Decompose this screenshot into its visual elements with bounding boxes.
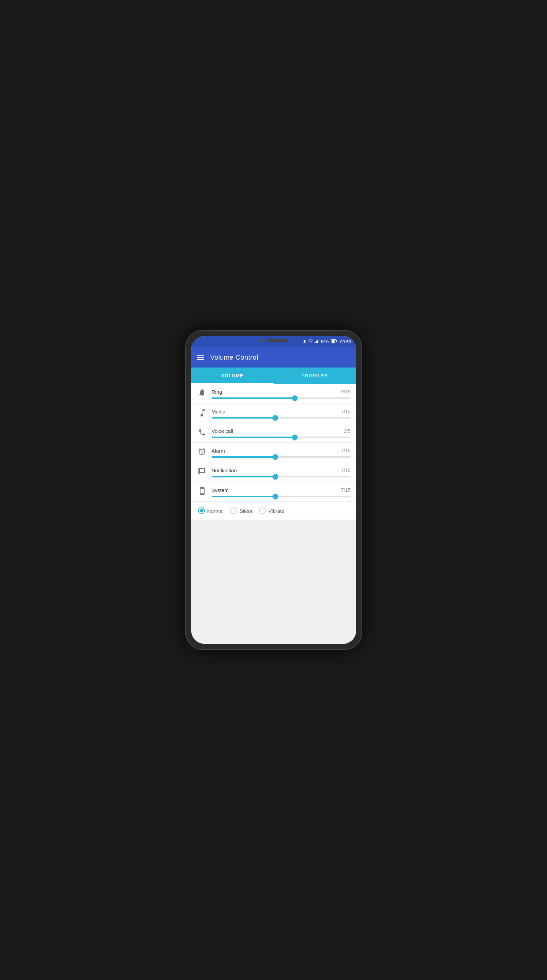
svg-rect-1 [316,341,317,343]
alarm-slider-thumb[interactable] [273,454,278,460]
ring-slider-fill [212,398,295,399]
ringer-mode-silent[interactable]: Silent [230,508,253,514]
system-icon [197,487,207,497]
volume-item-voice-call: Voice call 3/5 [191,423,356,442]
alarm-label: Alarm [212,448,225,453]
phone-top-hardware [260,339,288,342]
speaker-grille [267,339,288,342]
front-camera [260,339,263,342]
alarm-slider-content: Alarm 7/15 [212,448,351,458]
media-value: 7/15 [341,409,350,414]
hamburger-menu-button[interactable] [197,355,204,360]
radio-silent-circle [230,508,237,514]
tabs-bar: VOLUME PROFILES [191,368,356,384]
ring-label: Ring [212,389,222,395]
volume-item-media: Media 7/15 [191,404,356,423]
notification-slider-content: Notification 7/15 [212,468,351,477]
tab-profiles[interactable]: PROFILES [274,368,356,384]
notification-label: Notification [212,468,237,473]
volume-item-notification: Notification 7/15 [191,463,356,482]
media-slider-fill [212,417,276,418]
svg-rect-0 [314,342,316,343]
content-area: Ring 9/15 Med [191,384,356,644]
system-slider[interactable] [212,496,351,497]
phone-frame: ✱ 64% [185,330,362,650]
ringer-mode-normal[interactable]: Normal [198,508,223,514]
radio-normal-circle [198,508,205,514]
volume-item-alarm: Alarm 7/15 [191,443,356,462]
system-slider-content: System 7/15 [212,487,351,497]
voice-call-header: Voice call 3/5 [212,428,351,434]
alarm-value: 7/15 [341,448,350,453]
voice-call-slider-thumb[interactable] [292,434,298,440]
bluetooth-icon: ✱ [303,339,306,344]
ring-value: 9/15 [341,389,350,395]
system-header: System 7/15 [212,487,351,493]
ringer-mode-vibrate[interactable]: Vibrate [259,508,284,514]
svg-rect-3 [319,339,319,343]
ringer-normal-label: Normal [207,508,223,514]
system-value: 7/15 [341,487,350,493]
media-label: Media [212,409,226,414]
voice-call-slider-content: Voice call 3/5 [212,428,351,438]
notification-slider[interactable] [212,476,351,477]
alarm-header: Alarm 7/15 [212,448,351,453]
system-slider-thumb[interactable] [273,494,278,499]
app-title: Volume Control [211,353,258,361]
phone-icon [197,428,207,438]
voice-call-label: Voice call [212,428,233,434]
notification-value: 7/15 [341,468,350,473]
svg-rect-6 [336,340,337,342]
media-slider-thumb[interactable] [273,415,278,421]
alarm-slider-fill [212,456,276,458]
volume-item-system: System 7/15 [191,482,356,501]
ring-slider[interactable] [212,398,351,399]
notification-icon [197,467,207,477]
svg-rect-2 [317,340,318,343]
wifi-icon [308,339,313,344]
tab-volume[interactable]: VOLUME [191,368,274,384]
alarm-icon [197,447,207,458]
volume-item-ring: Ring 9/15 [191,384,356,403]
music-icon [197,408,207,418]
ringer-mode-section: Normal Silent Vibrate [191,502,356,520]
radio-normal-inner [200,509,203,512]
media-slider-content: Media 7/15 [212,409,351,418]
system-slider-fill [212,496,276,497]
battery-icon [331,339,337,344]
ring-slider-content: Ring 9/15 [212,389,351,399]
signal-icon [314,339,319,344]
media-slider[interactable] [212,417,351,418]
phone-screen: ✱ 64% [191,336,356,644]
ring-slider-thumb[interactable] [292,395,298,401]
status-time: 09:56 [340,339,351,344]
bell-icon [197,388,207,399]
app-bar: Volume Control [191,347,356,368]
svg-rect-5 [332,340,335,343]
radio-vibrate-circle [259,508,266,514]
notification-header: Notification 7/15 [212,468,351,473]
voice-call-slider-fill [212,437,295,438]
voice-call-slider[interactable] [212,437,351,438]
ring-header: Ring 9/15 [212,389,351,395]
battery-text: 64% [321,339,329,344]
alarm-slider[interactable] [212,456,351,458]
voice-call-value: 3/5 [344,428,350,434]
notification-slider-fill [212,476,276,477]
notification-slider-thumb[interactable] [273,474,278,479]
status-icons: ✱ 64% [303,339,351,344]
ringer-silent-label: Silent [240,508,253,514]
ringer-vibrate-label: Vibrate [268,508,284,514]
system-label: System [212,487,229,493]
media-header: Media 7/15 [212,409,351,414]
